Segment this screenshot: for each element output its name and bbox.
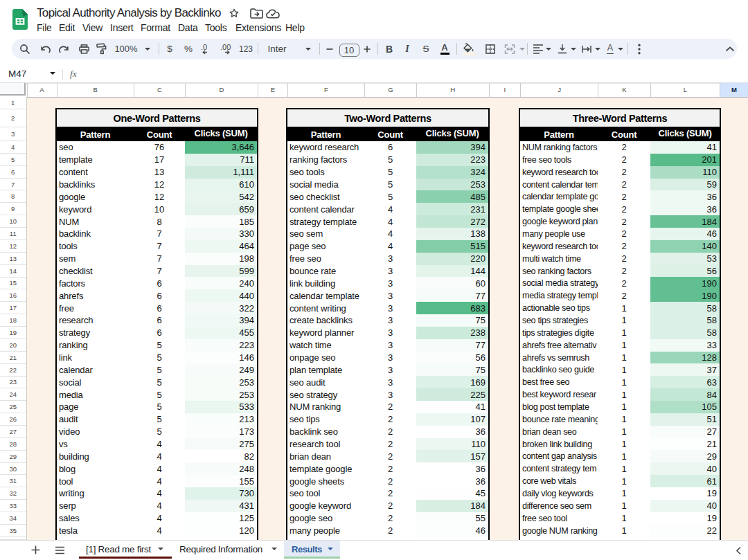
svg-text:.0: .0 bbox=[201, 44, 207, 51]
svg-text:.00: .00 bbox=[220, 44, 231, 51]
